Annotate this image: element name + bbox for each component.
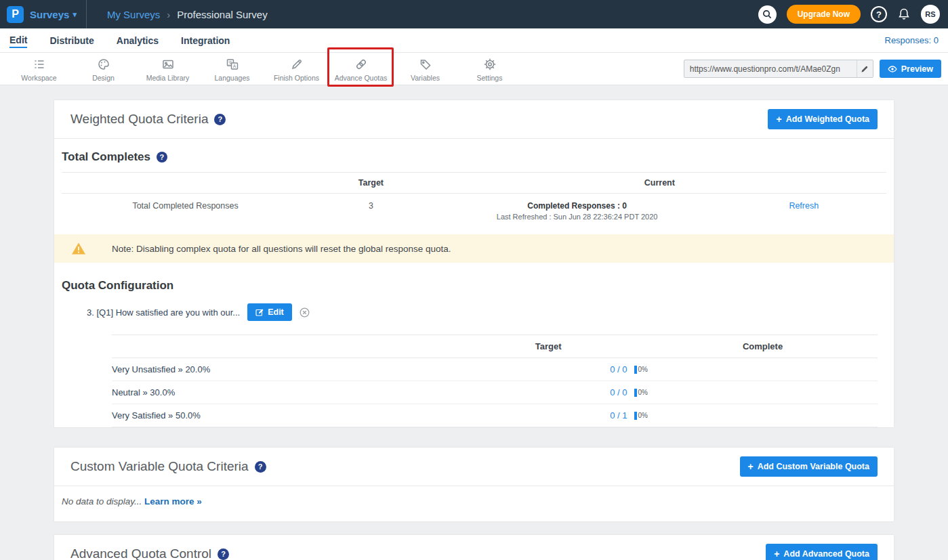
progress-percent: 0% (638, 389, 648, 396)
notifications-bell-icon[interactable] (897, 7, 911, 21)
complete-cell (648, 404, 878, 427)
toolbar-item-finish-options[interactable]: Finish Options (264, 58, 329, 82)
toolbar-item-label: Advance Quotas (335, 74, 388, 82)
progress-indicator: 0% (634, 412, 648, 420)
toolbar-item-label: Finish Options (274, 74, 319, 82)
tab-integration[interactable]: Integration (181, 34, 230, 47)
breadcrumb-current: Professional Survey (177, 9, 267, 20)
weighted-quota-title: Weighted Quota Criteria (70, 112, 208, 127)
column-header-target: Target (449, 335, 648, 358)
help-icon[interactable]: ? (157, 152, 167, 163)
tab-edit[interactable]: Edit (9, 33, 27, 48)
quota-target-value: 0 / 0 (610, 387, 627, 397)
toolbar-item-design[interactable]: Design (71, 58, 136, 82)
logo-block: P Surveys ▾ (0, 0, 87, 28)
quota-note-text: Note: Disabling complex quota for all qu… (112, 244, 451, 254)
image-icon (161, 58, 175, 71)
tab-analytics[interactable]: Analytics (117, 34, 159, 47)
toolbar-right: Preview (684, 60, 941, 78)
edit-pencil-icon (255, 308, 264, 316)
progress-percent: 0% (638, 366, 648, 373)
toolbar-item-languages[interactable]: 文A Languages (200, 58, 264, 82)
toolbar-item-label: Design (92, 74, 115, 82)
plus-icon: + (776, 114, 781, 125)
learn-more-link[interactable]: Learn more » (144, 496, 202, 507)
help-icon[interactable]: ? (255, 461, 266, 473)
tag-icon (419, 58, 432, 71)
remove-quota-icon[interactable] (300, 307, 310, 318)
toolbar-item-settings[interactable]: Settings (457, 58, 522, 82)
toolbar-item-variables[interactable]: Variables (393, 58, 457, 82)
progress-indicator: 0% (634, 389, 648, 397)
quota-configuration-title: Quota Configuration (54, 263, 894, 293)
no-data-text: No data to display... (62, 496, 142, 507)
help-icon[interactable]: ? (871, 6, 887, 22)
search-button[interactable] (758, 5, 777, 24)
preview-button[interactable]: Preview (880, 60, 941, 78)
complete-cell (648, 381, 878, 404)
quota-configuration-label: Quota Configuration (62, 279, 173, 293)
tab-distribute[interactable]: Distribute (49, 34, 94, 47)
total-completes-title: Total Completes ? (54, 139, 894, 164)
edit-quota-button[interactable]: Edit (247, 303, 292, 321)
add-custom-variable-quota-label: Add Custom Variable Quota (758, 462, 869, 471)
custom-variable-quota-header: Custom Variable Quota Criteria ? + Add C… (54, 448, 894, 486)
quota-row-very-unsatisfied: Very Unsatisfied » 20.0% 0 / 0 0% (112, 358, 878, 381)
toolbar-item-workspace[interactable]: Workspace (7, 58, 71, 82)
topbar-right: Upgrade Now ? RS (758, 5, 948, 24)
main-content: Weighted Quota Criteria ? + Add Weighted… (0, 85, 948, 560)
advanced-quota-card: Advanced Quota Control ? + Add Advanced … (54, 535, 894, 560)
column-header-complete: Complete (648, 335, 878, 358)
plus-icon: + (774, 548, 779, 559)
completed-responses-count: Completed Responses : 0 (433, 201, 722, 211)
quota-row-label: Neutral » 30.0% (112, 381, 449, 404)
current-info: Completed Responses : 0 Last Refreshed :… (433, 194, 722, 232)
add-advanced-quota-label: Add Advanced Quota (783, 549, 869, 559)
refresh-link[interactable]: Refresh (789, 201, 819, 211)
survey-url-input[interactable] (684, 64, 857, 74)
toolbar-item-label: Languages (215, 74, 250, 82)
quota-row-very-satisfied: Very Satisfied » 50.0% 0 / 1 0% (112, 404, 878, 427)
breadcrumb: My Surveys › Professional Survey (107, 9, 268, 20)
help-icon[interactable]: ? (214, 114, 226, 125)
progress-percent: 0% (638, 412, 648, 419)
surveys-menu-label: Surveys (30, 9, 69, 20)
custom-variable-quota-card: Custom Variable Quota Criteria ? + Add C… (54, 448, 894, 521)
eye-icon (888, 66, 897, 72)
edit-toolbar: Workspace Design Media Library 文A Langua… (0, 53, 948, 85)
quota-row-label: Very Satisfied » 50.0% (112, 404, 449, 427)
column-header-target: Target (309, 173, 433, 194)
add-custom-variable-quota-button[interactable]: + Add Custom Variable Quota (740, 456, 878, 477)
breadcrumb-my-surveys[interactable]: My Surveys (107, 9, 160, 20)
weighted-quota-header: Weighted Quota Criteria ? + Add Weighted… (54, 100, 894, 138)
questionpro-logo: P (7, 6, 24, 23)
surveys-menu[interactable]: Surveys ▾ (30, 9, 77, 20)
palette-icon (97, 58, 110, 71)
advanced-quota-title: Advanced Quota Control (70, 546, 211, 560)
custom-variable-quota-title: Custom Variable Quota Criteria (70, 459, 249, 474)
empty-state: No data to display... Learn more » (54, 486, 894, 521)
weighted-quota-card: Weighted Quota Criteria ? + Add Weighted… (54, 100, 894, 427)
toolbar-item-label: Media Library (146, 74, 190, 82)
total-completes-table: Target Current Total Completed Responses… (62, 172, 886, 232)
toolbar-item-media-library[interactable]: Media Library (136, 58, 200, 82)
workspace-icon (33, 58, 46, 71)
table-row: Total Completed Responses 3 Completed Re… (62, 194, 886, 232)
help-icon[interactable]: ? (218, 548, 229, 560)
add-advanced-quota-button[interactable]: + Add Advanced Quota (766, 544, 878, 560)
advanced-quota-header: Advanced Quota Control ? + Add Advanced … (54, 535, 894, 560)
progress-bar (634, 389, 637, 397)
survey-nav-tabs: Edit Distribute Analytics Integration Re… (0, 28, 948, 53)
topbar: P Surveys ▾ My Surveys › Professional Su… (0, 0, 948, 28)
search-icon (762, 9, 772, 19)
quota-note-banner: Note: Disabling complex quota for all qu… (54, 234, 894, 263)
target-value: 3 (309, 194, 433, 232)
responses-count: Responses: 0 (885, 35, 939, 45)
edit-url-pencil-icon[interactable] (857, 60, 873, 77)
toolbar-item-advance-quotas[interactable]: Advance Quotas (329, 58, 393, 82)
add-weighted-quota-button[interactable]: + Add Weighted Quota (768, 109, 878, 129)
avatar[interactable]: RS (921, 5, 940, 24)
column-header-blank (112, 335, 449, 358)
upgrade-now-button[interactable]: Upgrade Now (787, 5, 861, 24)
quota-question-row: 3. [Q1] How satisfied are you with our..… (87, 303, 894, 321)
